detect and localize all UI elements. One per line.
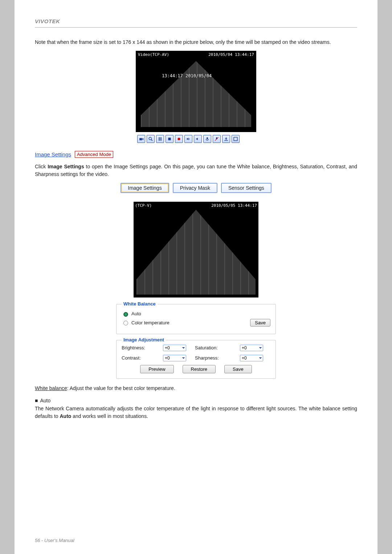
save-button[interactable]: Save — [224, 365, 252, 373]
volume-up-icon[interactable] — [184, 135, 192, 143]
large-video-preview: (TCP-V) 2010/05/05 13:44:17 — [134, 202, 258, 297]
camera-icon[interactable] — [137, 135, 145, 143]
brightness-select[interactable]: +0 — [163, 345, 186, 351]
image-adjustment-legend: Image Adjustment — [122, 337, 166, 342]
brand-header: VIVOTEK — [35, 18, 357, 24]
stop-icon[interactable] — [166, 135, 173, 143]
white-balance-text: White balance: Adjust the value for the … — [35, 385, 357, 392]
contrast-select[interactable]: +0 — [163, 355, 186, 361]
divider — [35, 27, 357, 28]
overlay-timestamp: 2010/05/05 13:44:17 — [211, 203, 257, 208]
svg-rect-10 — [207, 137, 208, 139]
auto-heading: Auto — [35, 397, 357, 404]
svg-point-7 — [177, 138, 180, 140]
video-toolbar — [136, 134, 256, 144]
video-image-placeholder — [136, 210, 256, 295]
pause-icon[interactable] — [156, 135, 164, 143]
wb-rest: : Adjust the value for the best color te… — [67, 385, 175, 391]
auto-suffix: and works well in most situations. — [71, 413, 148, 419]
volume-down-icon[interactable] — [194, 135, 202, 143]
svg-rect-0 — [139, 138, 142, 140]
restore-button[interactable]: Restore — [183, 365, 216, 373]
zoom-icon[interactable] — [147, 135, 155, 143]
download-icon[interactable] — [222, 135, 230, 143]
svg-rect-4 — [159, 137, 159, 141]
wb-auto-radio[interactable] — [123, 312, 128, 317]
wb-colortemp-radio[interactable] — [123, 321, 128, 325]
saturation-select[interactable]: +0 — [240, 345, 263, 351]
white-balance-legend: White Balance — [122, 301, 158, 307]
svg-rect-14 — [234, 137, 237, 141]
small-video-preview: Video(TCP-AV) 2010/05/04 13:44:17 13:44:… — [136, 51, 256, 144]
auto-bold: Auto — [60, 413, 72, 419]
saturation-label: Saturation: — [195, 345, 231, 350]
note-paragraph: Note that when the frame size is set to … — [35, 38, 357, 46]
svg-rect-6 — [168, 138, 171, 140]
tab-privacy-mask[interactable]: Privacy Mask — [173, 183, 217, 193]
wb-auto-label: Auto — [131, 311, 141, 316]
brightness-label: Brightness: — [122, 345, 154, 350]
video-image-placeholder — [141, 61, 251, 127]
auto-paragraph: The Network Camera automatically adjusts… — [35, 405, 357, 420]
image-settings-paragraph: Click Image Settings to open the Image S… — [35, 163, 357, 178]
svg-rect-13 — [224, 140, 228, 141]
overlay-protocol: (TCP-V) — [135, 203, 152, 208]
advanced-mode-badge: Advanced Mode — [75, 151, 113, 158]
preview-button[interactable]: Preview — [140, 365, 173, 373]
wb-colortemp-label: Color temperature — [131, 320, 170, 325]
mic-off-icon[interactable] — [213, 135, 221, 143]
wb-save-button[interactable]: Save — [250, 319, 270, 327]
fullscreen-icon[interactable] — [232, 135, 240, 143]
wb-term: White balance — [35, 385, 67, 391]
image-settings-heading: Image Settings Advanced Mode — [35, 151, 357, 158]
overlay-timestamp: 2010/05/04 13:44:17 — [208, 52, 254, 57]
tab-sensor-settings[interactable]: Sensor Settings — [221, 183, 271, 193]
p-bold: Image Settings — [48, 164, 84, 169]
video-frame-small: Video(TCP-AV) 2010/05/04 13:44:17 13:44:… — [136, 51, 256, 132]
svg-marker-9 — [196, 138, 198, 140]
sharpness-select[interactable]: +0 — [240, 355, 263, 361]
svg-marker-1 — [142, 138, 143, 140]
sharpness-label: Sharpness: — [195, 355, 231, 361]
image-adjustment-fieldset: Image Adjustment Brightness: +0 Saturati… — [116, 340, 276, 379]
record-icon[interactable] — [175, 135, 183, 143]
contrast-label: Contrast: — [122, 355, 154, 361]
tab-image-settings[interactable]: Image Settings — [121, 183, 169, 193]
tab-row: Image Settings Privacy Mask Sensor Setti… — [35, 183, 357, 193]
overlay-centertime: 13:44:17 2010/05/04 — [162, 73, 212, 78]
mic-on-icon[interactable] — [203, 135, 211, 143]
svg-line-3 — [151, 139, 152, 141]
white-balance-fieldset: White Balance Auto Color temperature Sav… — [116, 304, 276, 334]
settings-panel: White Balance Auto Color temperature Sav… — [116, 304, 276, 379]
video-frame-large: (TCP-V) 2010/05/05 13:44:17 — [134, 202, 258, 297]
image-settings-link[interactable]: Image Settings — [35, 151, 71, 157]
svg-marker-8 — [187, 138, 188, 140]
overlay-protocol: Video(TCP-AV) — [138, 52, 169, 57]
footer: 56 - User's Manual — [35, 538, 74, 543]
svg-rect-5 — [160, 137, 161, 141]
p-prefix: Click — [35, 164, 48, 169]
